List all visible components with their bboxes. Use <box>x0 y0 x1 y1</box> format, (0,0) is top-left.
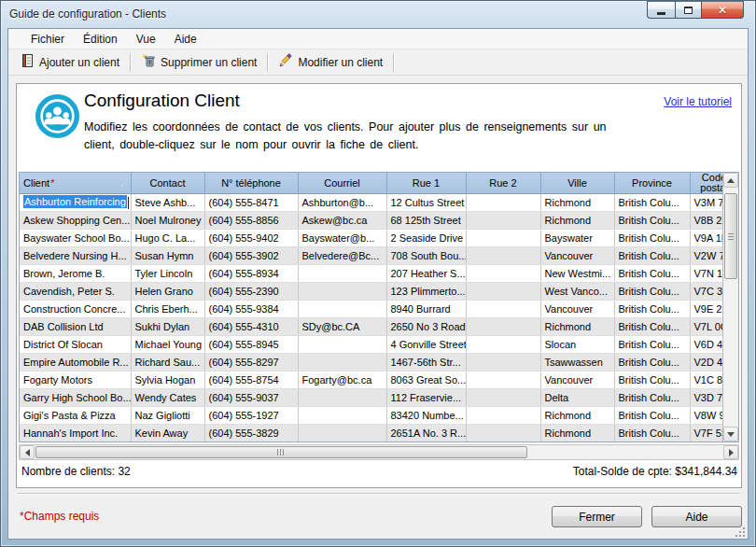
table-row[interactable]: Brown, Jerome B.Tyler Lincoln(604) 555-8… <box>20 265 738 283</box>
table-cell[interactable]: Wendy Cates <box>131 389 204 407</box>
table-cell[interactable]: 8063 Great So... <box>386 372 466 389</box>
scroll-right-button[interactable] <box>723 445 738 459</box>
table-cell[interactable] <box>466 336 540 354</box>
table-cell[interactable]: 2651A No. 3 R... <box>386 425 466 442</box>
horizontal-scrollbar-thumb[interactable] <box>35 446 527 458</box>
table-cell[interactable]: Steve Ashb... <box>131 194 204 212</box>
table-cell[interactable]: (604) 555-8934 <box>204 265 298 283</box>
table-cell[interactable]: Askew@bc.ca <box>298 212 386 230</box>
table-cell[interactable]: 8940 Burrard <box>386 301 466 318</box>
table-cell[interactable]: 123 Plimmerto... <box>386 283 466 301</box>
table-cell[interactable] <box>466 194 540 212</box>
table-cell[interactable]: British Colu... <box>614 194 690 212</box>
table-cell[interactable]: 112 Fraservie... <box>386 389 466 407</box>
table-row[interactable]: Hannah's Import Inc.Kevin Away(604) 555-… <box>20 425 738 442</box>
scroll-down-button[interactable] <box>723 427 738 442</box>
table-cell[interactable]: British Colu... <box>614 389 690 407</box>
table-cell[interactable]: 68 125th Street <box>386 212 466 230</box>
table-cell[interactable] <box>466 425 540 442</box>
table-cell[interactable]: British Colu... <box>614 301 690 318</box>
close-dialog-button[interactable]: Fermer <box>552 506 642 527</box>
scroll-left-button[interactable] <box>20 445 35 459</box>
table-cell[interactable]: Construction Concre... <box>20 301 131 318</box>
vertical-scrollbar-thumb[interactable] <box>724 193 737 279</box>
table-cell[interactable]: (604) 555-1927 <box>204 407 298 425</box>
table-cell[interactable]: Richard Sau... <box>131 354 204 372</box>
table-cell[interactable]: British Colu... <box>614 336 690 354</box>
column-header-5[interactable]: Rue 2 <box>466 173 540 194</box>
table-cell[interactable]: (604) 555-8754 <box>204 372 298 389</box>
add-client-button[interactable]: Ajouter un client <box>12 50 127 74</box>
table-cell[interactable]: (604) 555-8471 <box>204 194 298 212</box>
table-cell[interactable]: (604) 555-3902 <box>204 247 298 265</box>
table-cell[interactable]: Belvedere@Bc... <box>298 247 386 265</box>
delete-client-button[interactable]: Supprimer un client <box>133 50 264 74</box>
table-cell[interactable] <box>466 354 540 372</box>
table-cell[interactable] <box>298 407 386 425</box>
table-cell[interactable] <box>466 318 540 336</box>
table-cell[interactable] <box>466 301 540 318</box>
table-cell[interactable]: DAB Collision Ltd <box>20 318 131 336</box>
table-cell[interactable]: Helen Grano <box>131 283 204 301</box>
column-header-2[interactable]: N° téléphone <box>204 173 298 194</box>
table-row[interactable]: Ashburton ReinforcingSteve Ashb...(604) … <box>20 194 738 212</box>
table-cell[interactable]: Susan Hymn <box>131 247 204 265</box>
table-cell[interactable]: Vancouver <box>540 372 614 389</box>
table-cell[interactable]: Richmond <box>540 212 614 230</box>
table-cell[interactable]: (604) 555-8945 <box>204 336 298 354</box>
table-cell[interactable]: Bayswater School Bo... <box>20 230 131 247</box>
table-cell[interactable]: Tyler Lincoln <box>131 265 204 283</box>
table-cell[interactable]: West Vanco... <box>540 283 614 301</box>
table-cell[interactable]: Richmond <box>540 425 614 442</box>
table-cell[interactable]: Belvedere Nursing H... <box>20 247 131 265</box>
table-cell[interactable]: SDy@bc.CA <box>298 318 386 336</box>
column-header-7[interactable]: Province <box>614 173 690 194</box>
table-cell[interactable]: British Colu... <box>614 354 690 372</box>
title-bar[interactable]: Guide de configuration - Clients ✕ <box>1 1 755 28</box>
table-cell[interactable]: Vancouver <box>540 247 614 265</box>
menu-vue[interactable]: Vue <box>127 31 165 48</box>
table-cell[interactable]: Garry High School Bo... <box>20 389 131 407</box>
table-row[interactable]: Empire Automobile R...Richard Sau...(604… <box>20 354 738 372</box>
table-cell[interactable] <box>298 389 386 407</box>
vertical-scrollbar[interactable] <box>722 173 738 442</box>
table-cell[interactable]: Tsawwassen <box>540 354 614 372</box>
table-cell[interactable]: Noel Mulroney <box>131 212 204 230</box>
table-cell[interactable]: Askew Shopping Cen... <box>20 212 131 230</box>
table-cell[interactable]: Michael Young <box>131 336 204 354</box>
table-cell[interactable]: Fogarty@bc.ca <box>298 372 386 389</box>
table-row[interactable]: Garry High School Bo...Wendy Cates(604) … <box>20 389 738 407</box>
table-cell[interactable]: 1467-56th Str... <box>386 354 466 372</box>
table-cell[interactable]: British Colu... <box>614 283 690 301</box>
table-cell[interactable]: Ashburton Reinforcing <box>20 194 131 212</box>
column-header-4[interactable]: Rue 1 <box>386 173 466 194</box>
table-cell[interactable]: 12 Cultus Street <box>386 194 466 212</box>
table-row[interactable]: Belvedere Nursing H...Susan Hymn(604) 55… <box>20 247 738 265</box>
table-cell[interactable]: New Westmi... <box>540 265 614 283</box>
column-header-6[interactable]: Ville <box>540 173 614 194</box>
table-cell[interactable] <box>298 301 386 318</box>
table-cell[interactable] <box>466 372 540 389</box>
table-cell[interactable] <box>466 265 540 283</box>
table-cell[interactable]: Bayswater@b... <box>298 230 386 247</box>
scroll-up-button[interactable] <box>723 173 738 188</box>
table-cell[interactable]: Kevin Away <box>131 425 204 442</box>
menu-edition[interactable]: Édition <box>74 31 127 48</box>
table-cell[interactable]: Bayswater <box>540 230 614 247</box>
table-cell[interactable]: Chris Eberh... <box>131 301 204 318</box>
table-row[interactable]: Fogarty MotorsSylvia Hogan(604) 555-8754… <box>20 372 738 389</box>
column-header-0[interactable]: Client*▲ <box>20 173 131 194</box>
table-cell[interactable]: (604) 555-4310 <box>204 318 298 336</box>
table-cell[interactable] <box>298 336 386 354</box>
table-cell[interactable]: British Colu... <box>614 407 690 425</box>
table-cell[interactable]: Vancouver <box>540 301 614 318</box>
table-cell[interactable]: 83420 Numbe... <box>386 407 466 425</box>
table-cell[interactable] <box>466 247 540 265</box>
table-row[interactable]: Bayswater School Bo...Hugo C. La...(604)… <box>20 230 738 247</box>
tutorial-link[interactable]: Voir le tutoriel <box>664 95 732 108</box>
table-cell[interactable] <box>466 389 540 407</box>
table-cell[interactable]: Richmond <box>540 318 614 336</box>
horizontal-scrollbar[interactable] <box>19 444 739 460</box>
table-cell[interactable]: 207 Heather S... <box>386 265 466 283</box>
maximize-button[interactable] <box>675 1 701 19</box>
